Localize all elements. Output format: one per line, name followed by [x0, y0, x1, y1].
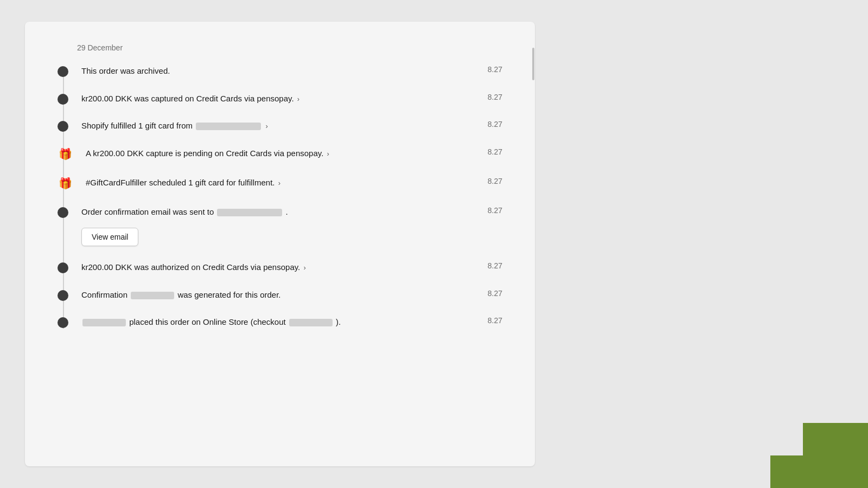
view-email-sub-item: View email: [81, 222, 502, 246]
timeline-text-fulfilled: Shopify fulfilled 1 gift card from ›: [81, 120, 466, 132]
timeline-text-authorized: kr200.00 DKK was authorized on Credit Ca…: [81, 261, 466, 274]
main-card: 29 December This order was archived. 8.2…: [25, 22, 535, 466]
timeline-item: Order confirmation email was sent to . 8…: [58, 206, 502, 219]
redacted-confirmation: [131, 292, 174, 299]
timeline-dot: [58, 121, 68, 132]
scrollbar-track[interactable]: [532, 43, 535, 445]
timeline-dot-emoji: 🎁: [58, 176, 73, 191]
timeline-text-giftcard-scheduled: #GiftCardFulfiller scheduled 1 gift card…: [86, 177, 466, 189]
timeline-content: kr200.00 DKK was authorized on Credit Ca…: [81, 261, 502, 274]
timeline-text-archived: This order was archived.: [81, 65, 466, 78]
redacted-email: [217, 209, 282, 216]
redacted-customer: [82, 319, 126, 326]
timeline-item: Confirmation was generated for this orde…: [58, 289, 502, 301]
timeline-item: kr200.00 DKK was authorized on Credit Ca…: [58, 261, 502, 274]
timeline-text-captured: kr200.00 DKK was captured on Credit Card…: [81, 93, 466, 105]
timeline-time: 8.27: [488, 316, 502, 325]
timeline-content: placed this order on Online Store (check…: [81, 316, 502, 329]
timeline-content: Order confirmation email was sent to . 8…: [81, 206, 502, 219]
chevron-icon[interactable]: ›: [278, 178, 280, 189]
timeline-dot: [58, 207, 68, 218]
timeline-dot-emoji: 🎁: [58, 146, 73, 162]
timeline-text-confirmation-generated: Confirmation was generated for this orde…: [81, 289, 466, 301]
chevron-icon[interactable]: ›: [265, 121, 267, 132]
timeline-dot: [58, 262, 68, 273]
timeline-time: 8.27: [488, 120, 502, 129]
timeline-content: kr200.00 DKK was captured on Credit Card…: [81, 93, 502, 105]
timeline-content: A kr200.00 DKK capture is pending on Cre…: [86, 147, 502, 160]
timeline-container: 29 December This order was archived. 8.2…: [25, 22, 535, 466]
timeline-item: placed this order on Online Store (check…: [58, 316, 502, 329]
view-email-button[interactable]: View email: [81, 228, 138, 246]
timeline-dot: [58, 317, 68, 328]
timeline-time: 8.27: [488, 147, 502, 156]
chevron-icon[interactable]: ›: [303, 262, 305, 273]
green-corner-decoration: [803, 423, 868, 488]
green-corner-inner-decoration: [770, 455, 803, 488]
timeline-text-placed-order: placed this order on Online Store (check…: [81, 316, 466, 329]
timeline-item: Shopify fulfilled 1 gift card from › 8.2…: [58, 120, 502, 132]
timeline-dot: [58, 66, 68, 77]
timeline-time: 8.27: [488, 177, 502, 185]
timeline-item: 🎁 #GiftCardFulfiller scheduled 1 gift ca…: [58, 177, 502, 191]
timeline-time: 8.27: [488, 65, 502, 74]
timeline-content: Shopify fulfilled 1 gift card from › 8.2…: [81, 120, 502, 132]
chevron-icon[interactable]: ›: [327, 149, 329, 159]
timeline-content: Confirmation was generated for this orde…: [81, 289, 502, 301]
timeline-content: #GiftCardFulfiller scheduled 1 gift card…: [86, 177, 502, 189]
timeline-time: 8.27: [488, 261, 502, 270]
timeline-item: 🎁 A kr200.00 DKK capture is pending on C…: [58, 147, 502, 162]
timeline-item: This order was archived. 8.27: [58, 65, 502, 78]
timeline-content: This order was archived. 8.27: [81, 65, 502, 78]
chevron-icon[interactable]: ›: [297, 94, 299, 105]
timeline-time: 8.27: [488, 289, 502, 298]
timeline-time: 8.27: [488, 93, 502, 101]
timeline-time: 8.27: [488, 206, 502, 215]
timeline-text-capture-pending: A kr200.00 DKK capture is pending on Cre…: [86, 147, 466, 160]
timeline-dot: [58, 290, 68, 301]
date-header: 29 December: [58, 43, 502, 52]
redacted-store-name: [196, 123, 261, 130]
scrollbar-thumb[interactable]: [532, 48, 534, 80]
redacted-checkout: [289, 319, 333, 326]
timeline-dot: [58, 94, 68, 105]
timeline: This order was archived. 8.27 kr200.00 D…: [58, 65, 502, 329]
timeline-text-confirmation-email: Order confirmation email was sent to .: [81, 206, 466, 219]
timeline-item: kr200.00 DKK was captured on Credit Card…: [58, 93, 502, 105]
